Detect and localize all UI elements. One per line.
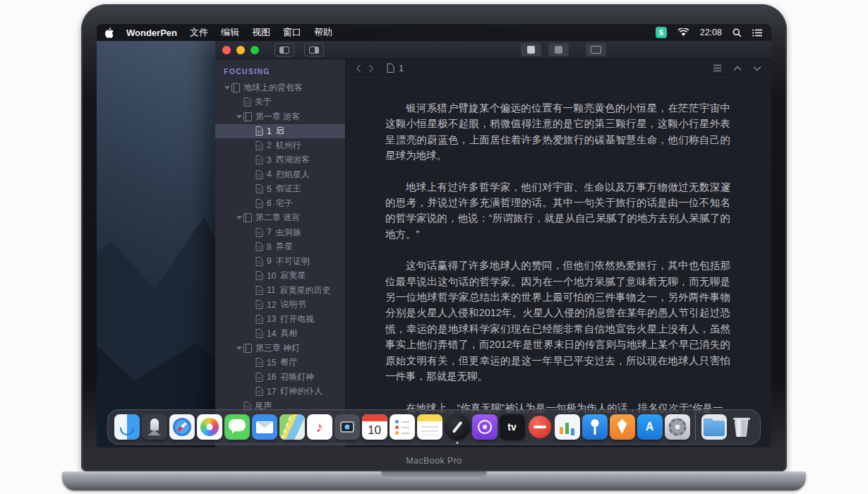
wifi-icon[interactable] bbox=[677, 28, 689, 37]
item-label: 寂寞星 bbox=[280, 270, 306, 282]
scroll-down-button[interactable] bbox=[753, 66, 761, 71]
sidebar-panel-icon bbox=[279, 47, 289, 54]
dock-calendar-icon[interactable]: 10 bbox=[361, 414, 388, 440]
sidebar-tree-item[interactable]: 7 虫洞族 bbox=[215, 225, 345, 240]
dock-notes-icon[interactable] bbox=[416, 414, 443, 440]
disclosure-triangle-icon[interactable] bbox=[234, 347, 243, 350]
dock-icon-label: tv bbox=[500, 414, 525, 440]
menubar-menu-item[interactable]: 窗口 bbox=[283, 26, 301, 39]
running-indicator bbox=[456, 442, 458, 444]
dock-icon-label: A bbox=[637, 414, 663, 440]
dock-keynote-icon[interactable] bbox=[581, 414, 608, 440]
menubar-app-name[interactable]: WonderPen bbox=[126, 28, 177, 38]
item-label: 杭州行 bbox=[276, 140, 301, 152]
zoom-button[interactable] bbox=[251, 46, 259, 54]
menubar-menu-item[interactable]: 帮助 bbox=[314, 26, 332, 39]
dock-finder-icon[interactable] bbox=[113, 414, 140, 440]
dock-numbers-icon[interactable] bbox=[553, 414, 581, 440]
dock-messages-icon[interactable] bbox=[223, 414, 251, 440]
sidebar-tree-item[interactable]: 6 宅子 bbox=[215, 196, 345, 211]
paragraph: 银河系猎户臂旋某个偏远的位置有一颗亮黄色的小恒星，在茫茫宇宙中这颗小恒星极不起眼… bbox=[385, 100, 730, 164]
close-button[interactable] bbox=[222, 46, 231, 54]
wonderpen-window: FOCUSING 地球上的背包客 bbox=[215, 41, 771, 447]
dock-trash-icon[interactable] bbox=[728, 414, 755, 440]
sidebar-tree-item[interactable]: 2 杭州行 bbox=[215, 138, 345, 153]
item-label: 餐厅 bbox=[280, 356, 297, 368]
dock-photo-booth-icon[interactable] bbox=[333, 414, 361, 440]
sidebar-tree-item[interactable]: 17 灯神的仆人 bbox=[215, 385, 345, 399]
item-label: 灯神的仆人 bbox=[280, 385, 323, 397]
sidebar-tree-item[interactable]: 11 寂寞星的历史 bbox=[215, 283, 345, 298]
sidebar-tree-item[interactable]: 4 烈焰星人 bbox=[215, 167, 345, 182]
editor-content[interactable]: 银河系猎户臂旋某个偏远的位置有一颗亮黄色的小恒星，在茫茫宇宙中这颗小恒星极不起眼… bbox=[346, 78, 771, 447]
menubar-menu-item[interactable]: 视图 bbox=[252, 26, 270, 39]
outline-list-icon[interactable] bbox=[713, 64, 722, 72]
minimize-button[interactable] bbox=[236, 46, 245, 54]
document-icon bbox=[255, 358, 263, 367]
dock-maps-icon[interactable] bbox=[278, 414, 306, 440]
menubar-menu-item[interactable]: 文件 bbox=[190, 26, 208, 39]
view-mode-button-preview[interactable] bbox=[548, 43, 569, 56]
dock-music-icon[interactable] bbox=[306, 414, 333, 440]
scroll-up-button[interactable] bbox=[733, 66, 742, 71]
view-mode-button-edit[interactable] bbox=[521, 43, 541, 56]
sidebar-tree-item[interactable]: 8 异星 bbox=[215, 240, 345, 255]
dock-mail-icon[interactable] bbox=[251, 414, 278, 440]
item-number: 14 bbox=[267, 329, 276, 339]
document-icon bbox=[255, 141, 263, 150]
sidebar-tree-item[interactable]: 16 召唤灯神 bbox=[215, 370, 345, 385]
sidebar-tree-item[interactable]: 地球上的背包客 bbox=[215, 80, 345, 95]
dock-launchpad-icon[interactable] bbox=[140, 414, 168, 440]
dock-podcasts-icon[interactable] bbox=[471, 414, 498, 440]
back-button[interactable] bbox=[356, 64, 361, 73]
spotlight-icon[interactable] bbox=[733, 28, 742, 37]
toggle-sidebar-button[interactable] bbox=[275, 43, 294, 56]
dock-safari-icon[interactable] bbox=[168, 414, 195, 440]
sidebar-tree-item[interactable]: 关于 bbox=[215, 95, 345, 110]
menubar-clock[interactable]: 22:08 bbox=[700, 28, 722, 37]
titlebar[interactable] bbox=[215, 41, 771, 59]
sidebar-tree-item[interactable]: 10 寂寞星 bbox=[215, 269, 345, 284]
sidebar-tree-item[interactable]: 1 启 bbox=[215, 124, 345, 139]
paragraph: 地球上有过许多哲学家，他们对宇宙、生命以及万事万物做过无数深邃的思考，并说过许多… bbox=[385, 179, 730, 243]
document-icon bbox=[255, 300, 263, 309]
dock-news-icon[interactable] bbox=[526, 414, 553, 440]
dock-photos-icon[interactable] bbox=[195, 414, 223, 440]
sidebar-tree-item[interactable]: 14 真相 bbox=[215, 327, 345, 342]
dock-system-preferences-icon[interactable] bbox=[663, 414, 691, 440]
forward-button[interactable] bbox=[368, 64, 374, 73]
document-tab-title: 1 bbox=[399, 64, 404, 73]
dock-downloads-icon[interactable] bbox=[700, 414, 728, 440]
sidebar-tree-item[interactable]: 12 说明书 bbox=[215, 298, 345, 313]
item-label: 真相 bbox=[280, 327, 297, 339]
sidebar-tree-item[interactable]: 3 西湖游客 bbox=[215, 153, 345, 168]
sidebar-tree-item[interactable]: 第二章 迷宫 bbox=[215, 211, 345, 226]
dock-tv-icon[interactable]: tv bbox=[498, 414, 526, 440]
sidebar-tree-item[interactable]: 15 餐厅 bbox=[215, 356, 345, 370]
proxy-icon[interactable] bbox=[656, 27, 667, 38]
toggle-outline-button[interactable] bbox=[304, 43, 324, 56]
document-icon bbox=[255, 155, 263, 164]
sidebar-tree-item[interactable]: 9 不可证明 bbox=[215, 254, 345, 269]
apple-icon[interactable] bbox=[105, 28, 114, 38]
disclosure-triangle-icon[interactable] bbox=[234, 216, 243, 219]
dock-app-store-icon[interactable]: A bbox=[636, 414, 663, 440]
dock-pages-icon[interactable] bbox=[608, 414, 636, 440]
dock-divider bbox=[695, 414, 696, 440]
sidebar-tree-item[interactable]: 13 打开电视 bbox=[215, 312, 345, 327]
disclosure-triangle-icon[interactable] bbox=[234, 115, 243, 119]
sidebar-tree-item[interactable]: 第三章 神灯 bbox=[215, 341, 345, 356]
sidebar-tree-item[interactable]: 第一章 游客 bbox=[215, 109, 345, 124]
menubar-menu-item[interactable]: 编辑 bbox=[221, 26, 239, 39]
disclosure-triangle-icon[interactable] bbox=[222, 86, 231, 90]
document-tab-icon bbox=[387, 64, 394, 73]
control-center-icon[interactable] bbox=[752, 29, 763, 37]
dock-reminders-icon[interactable] bbox=[388, 414, 416, 440]
document-tab[interactable]: 1 bbox=[387, 64, 404, 73]
item-number: 13 bbox=[267, 314, 276, 324]
dock-wonderpen-icon[interactable] bbox=[443, 414, 471, 440]
document-icon bbox=[255, 184, 263, 193]
sidebar-tree-item[interactable]: 5 假证王 bbox=[215, 182, 345, 197]
view-mode-button-fullscreen[interactable] bbox=[586, 43, 606, 56]
item-label: 地球上的背包客 bbox=[243, 82, 303, 94]
